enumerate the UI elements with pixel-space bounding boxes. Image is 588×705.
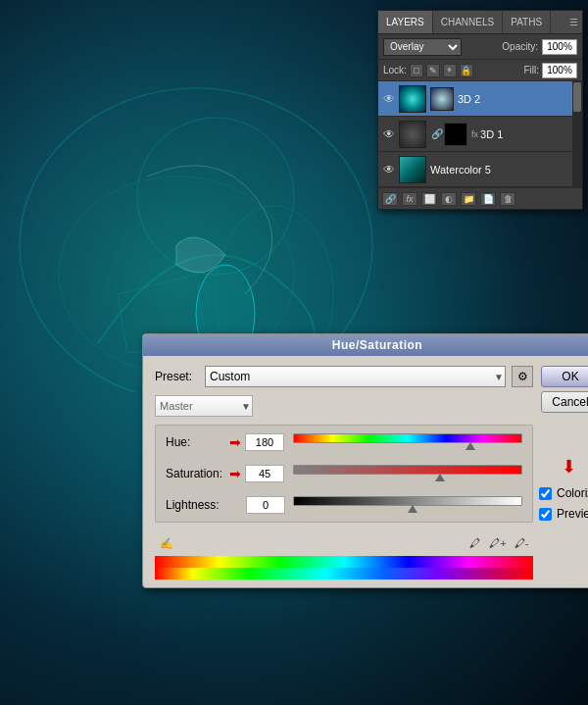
lightness-thumb[interactable] [408,505,417,513]
rainbow-bar-bottom [155,568,533,579]
colorize-label: Colorize [557,486,588,500]
fill-label: Fill: [523,65,539,76]
preview-checkbox[interactable] [539,508,552,521]
lock-label: Lock: [383,65,407,76]
visibility-icon-3d2[interactable]: 👁 [381,91,397,107]
colorize-checkbox-row: Colorize [539,486,588,500]
saturation-thumb[interactable] [435,474,445,481]
fx-icon-3d1: fx [471,129,478,139]
layer-mask-3d1 [444,123,467,146]
hue-slider-row: Hue: ➡ [166,433,522,451]
preset-row: Preset: Custom ▼ ⚙ [155,366,533,387]
channel-row: Master ▼ [155,395,533,417]
colorize-checkbox[interactable] [539,487,552,500]
layer-mask-3d2 [430,87,454,111]
saturation-track-container [293,465,522,480]
lightness-slider-left: Lightness: [166,496,293,514]
blend-opacity-row: Overlay Opacity: [378,34,582,60]
layer-item-wc5[interactable]: 👁 Watercolor 5 [378,152,582,187]
lock-paint-btn[interactable]: ✎ [426,64,440,77]
lock-all-btn[interactable]: 🔒 [460,64,473,77]
saturation-arrow-icon: ➡ [229,466,241,481]
dialog-ok-cancel-buttons: OK Cancel [541,366,588,413]
preset-settings-icon[interactable]: ⚙ [512,366,533,387]
delete-layer-icon[interactable]: 🗑 [500,192,515,206]
saturation-value-input[interactable] [245,465,284,482]
layer-item-3d1[interactable]: 👁 🔗 fx 3D 1 [378,117,582,152]
mask-bottom-icon[interactable]: ⬜ [421,192,437,206]
layer-name-wc5: Watercolor 5 [430,164,579,176]
saturation-slider-row: Saturation: ➡ [166,465,522,482]
eyedropper-sub-icon[interactable]: 🖍- [512,534,531,552]
saturation-slider-right [293,465,522,480]
hand-tool-icon[interactable]: ✍ [157,534,176,552]
saturation-track[interactable] [293,465,522,475]
cancel-button[interactable]: Cancel [541,391,588,413]
tab-paths[interactable]: PATHS [503,11,551,33]
channel-select-wrapper: Master ▼ [155,395,253,417]
preset-select-wrapper: Custom ▼ [205,366,506,387]
rainbow-bar-top [155,556,533,568]
layer-name-3d2: 3D 2 [458,93,571,105]
fill-input[interactable] [542,63,577,78]
sliders-container: Hue: ➡ Saturation: ➡ [155,425,533,523]
layers-scroll-thumb[interactable] [573,82,581,112]
saturation-label: Saturation: [166,467,229,480]
dialog-content: Preset: Custom ▼ ⚙ Master ▼ H [143,356,588,587]
opacity-label: Opacity: [502,41,538,52]
fx-bottom-icon[interactable]: fx [402,192,417,206]
layer-thumb-wc5 [399,156,426,183]
lightness-track-container [293,496,522,512]
hue-track[interactable] [293,433,522,443]
visibility-icon-3d1[interactable]: 👁 [381,126,397,142]
layers-list: 👁 3D 2 👁 🔗 fx 3D 1 👁 Watercolor 5 [378,81,582,187]
panel-menu-icon[interactable]: ☰ [569,17,578,27]
dialog-bottom-row: ✍ 🖍 🖍+ 🖍- [155,530,533,556]
layers-panel: LAYERS CHANNELS PATHS ☰ Overlay Opacity:… [377,10,583,210]
lightness-value-input[interactable] [246,496,285,514]
preset-label: Preset: [155,370,199,383]
hue-track-container [293,433,522,449]
layers-scrollbar[interactable] [572,81,582,187]
lock-transparent-btn[interactable]: □ [410,64,423,77]
hue-value-input[interactable] [245,433,284,451]
hue-saturation-dialog: Hue/Saturation Preset: Custom ▼ ⚙ Master… [142,333,588,588]
panel-bottom-toolbar: 🔗 fx ⬜ ◐ 📁 📄 🗑 [378,187,582,209]
layer-item-3d2[interactable]: 👁 3D 2 [378,81,582,117]
hue-arrow-icon: ➡ [229,434,241,450]
visibility-icon-wc5[interactable]: 👁 [381,162,397,177]
opacity-input[interactable] [542,39,577,55]
ok-button[interactable]: OK [541,366,588,387]
rainbow-bars [155,556,533,579]
chain-icon-3d1: 🔗 [431,128,443,139]
dialog-title: Hue/Saturation [143,334,588,356]
lightness-label: Lightness: [166,498,229,512]
preset-select[interactable]: Custom [205,366,506,387]
lightness-slider-row: Lightness: [166,496,522,514]
panel-tabs: LAYERS CHANNELS PATHS ☰ [378,11,582,34]
new-layer-icon[interactable]: 📄 [480,192,496,206]
blend-mode-select[interactable]: Overlay [383,38,462,56]
group-bottom-icon[interactable]: 📁 [461,192,476,206]
lock-icons: □ ✎ ⌖ 🔒 [410,64,473,77]
tab-layers[interactable]: LAYERS [378,11,433,33]
link-layers-icon[interactable]: 🔗 [382,192,398,206]
colorize-arrow-container: ⬇ [539,456,588,479]
colorize-down-arrow: ⬇ [562,456,576,478]
colorize-preview-section: ⬇ Colorize Preview [539,456,588,521]
adjustment-bottom-icon[interactable]: ◐ [441,192,457,206]
eyedropper-group: 🖍 🖍+ 🖍- [465,534,531,552]
eyedropper-icon[interactable]: 🖍 [465,534,484,552]
hue-slider-right [293,433,522,449]
preview-label: Preview [557,507,588,521]
hue-thumb[interactable] [466,442,475,450]
lock-move-btn[interactable]: ⌖ [443,64,457,77]
lock-fill-row: Lock: □ ✎ ⌖ 🔒 Fill: [378,60,582,81]
layer-thumb-3d2 [399,85,426,113]
eyedropper-add-icon[interactable]: 🖍+ [488,534,508,552]
channel-select[interactable]: Master [155,395,253,417]
lightness-slider-right [293,496,522,512]
saturation-slider-left: Saturation: ➡ [166,465,293,482]
preview-checkbox-row: Preview [539,507,588,521]
tab-channels[interactable]: CHANNELS [433,11,503,33]
